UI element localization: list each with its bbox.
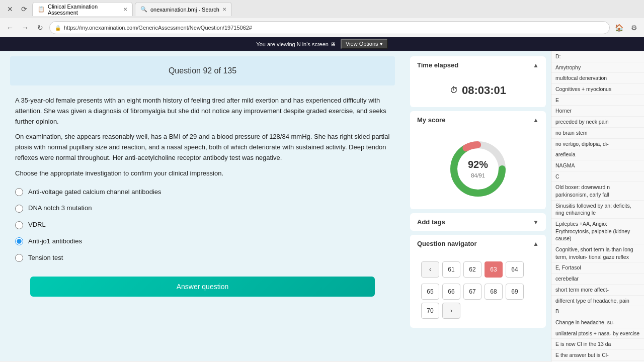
radio-5[interactable] [15,254,23,262]
chat-item-7: no brain stem [551,128,644,139]
chat-item-13: Sinusitis followed by an: deficits, ring… [551,201,644,219]
score-chevron: ▲ [533,117,539,124]
chat-panel: D:Amytrophymultifocal denervationCogniti… [551,51,644,362]
tab-assessment[interactable]: 📋 Clinical Examination Assessment ✕ [32,2,133,16]
tags-label: Add tags [417,218,445,226]
nav-forward[interactable]: → [19,22,31,34]
option-3[interactable]: VDRL [15,217,390,233]
tags-card: Add tags ▼ [410,213,546,231]
tab-close[interactable]: ✕ [123,7,127,12]
nav-q-68[interactable]: 68 [485,284,503,300]
address-bar: ← → ↻ 🔒 https://my.onexamination.com/Gen… [0,18,644,37]
nav-q-63[interactable]: 63 [485,261,503,278]
radio-3[interactable] [15,221,23,229]
nav-grid: ‹61626364656667686970› [417,257,539,323]
score-container: 92% 84/91 [417,134,539,204]
tab-search-label: onexamination.bmj - Search [150,7,219,13]
chat-item-14: Epileptics +AA, Angio: Erythrocytosis, p… [551,219,644,244]
chat-item-23: E is now Cl in the 13 da [551,339,644,350]
chat-item-22: unilateral ptosis + nasa- by exercise [551,328,644,339]
radio-2[interactable] [15,205,23,213]
nav-q-70[interactable]: 70 [421,303,439,319]
chat-item-5: Horner [551,106,644,117]
clock-icon: ⏱ [450,86,458,95]
donut-label: 92% 84/91 [468,159,488,179]
chat-item-15: Cognitive, short term la-than long term,… [551,244,644,262]
body-para-1: A 35-year-old female presents with an ei… [15,96,390,127]
nav-q-66[interactable]: 66 [442,284,460,300]
chat-item-24: E the answer but is Cl- [551,350,644,361]
view-options-button[interactable]: View Options ▾ [341,39,388,49]
timer-label: Time elapsed [417,61,458,69]
chat-item-8: no vertigo, diplopia, di- [551,139,644,150]
score-body: 92% 84/91 [410,129,546,209]
navigator-header[interactable]: Question navigator ▲ [410,235,546,252]
radio-1[interactable] [15,188,23,196]
url-text: https://my.onexamination.com/GenericAsse… [64,25,252,31]
question-area: Question 92 of 135 A 35-year-old female … [0,51,551,361]
options-list: Anti-voltage gated calcium channel antib… [15,184,390,266]
chat-item-1: Amytrophy [551,62,644,73]
timer-value: 08:03:01 [462,84,506,97]
option-5[interactable]: Tension test [15,250,390,266]
option-3-text: VDRL [28,220,46,230]
chat-item-6: preceded by neck pain [551,117,644,128]
option-5-text: Tension test [28,253,63,263]
tab-icon: 📋 [38,6,45,13]
nav-q-61[interactable]: 61 [442,261,460,278]
nav-q-65[interactable]: 65 [421,284,439,300]
score-percent: 92% [468,159,488,170]
option-2[interactable]: DNA notch 3 mutation [15,200,390,217]
option-4-text: Anti-jo1 antibodies [28,236,82,247]
nav-prev[interactable]: ‹ [421,261,439,278]
nav-q-62[interactable]: 62 [463,261,481,278]
timer-display: ⏱ 08:03:01 [417,79,539,102]
nav-back[interactable]: ← [4,22,16,34]
score-card: My score ▲ [410,111,546,209]
tab-bar: ✕ ⟳ 📋 Clinical Examination Assessment ✕ … [0,0,644,18]
chat-item-19: different type of headache, pain [551,296,644,307]
score-header[interactable]: My score ▲ [410,111,546,129]
nav-q-64[interactable]: 64 [506,261,524,278]
right-panel: Time elapsed ▲ ⏱ 08:03:01 [405,51,551,361]
refresh-button[interactable]: ⟳ [18,3,30,15]
score-fraction: 84/91 [471,172,485,178]
option-1[interactable]: Anti-voltage gated calcium channel antib… [15,184,390,201]
tags-header[interactable]: Add tags ▼ [410,213,546,231]
body-para-2: On examination, she appears reasonably w… [15,132,390,163]
chat-item-21: Change in headache, su- [551,317,644,328]
option-4[interactable]: Anti-jo1 antibodies [15,233,390,250]
nav-q-69[interactable]: 69 [506,284,524,300]
timer-card: Time elapsed ▲ ⏱ 08:03:01 [410,56,546,107]
tab-label: Clinical Examination Assessment [48,4,120,16]
chat-item-10: NAGMA [551,160,644,171]
score-label: My score [417,116,445,124]
nav-q-67[interactable]: 67 [463,284,481,300]
nav-next[interactable]: › [442,303,460,319]
notification-bar: You are viewing N in's screen 🖥 View Opt… [0,37,644,51]
chat-item-16: E, Fortasol [551,262,644,274]
lock-icon: 🔒 [55,25,61,31]
chat-item-2: multifocal denervation [551,73,644,84]
tags-chevron: ▼ [533,219,539,226]
tab-search-close[interactable]: ✕ [222,7,226,12]
chat-item-0: D: [551,51,644,62]
timer-header[interactable]: Time elapsed ▲ [410,56,546,74]
tab-search[interactable]: 🔍 onexamination.bmj - Search ✕ [135,2,232,16]
option-2-text: DNA notch 3 mutation [28,203,92,214]
radio-4[interactable] [15,237,23,245]
nav-reload[interactable]: ↻ [34,22,46,34]
chat-item-12: Old boxer: downward n parkinsonism, earl… [551,182,644,200]
url-box[interactable]: 🔒 https://my.onexamination.com/GenericAs… [49,21,610,34]
navigator-label: Question navigator [417,240,476,247]
navigator-chevron: ▲ [533,240,539,247]
settings-btn[interactable]: ⚙ [628,22,640,34]
timer-body: ⏱ 08:03:01 [410,74,546,107]
chat-item-18: short term more affect- [551,285,644,296]
home-btn[interactable]: 🏠 [613,22,625,34]
back-button[interactable]: ✕ [4,3,16,15]
chat-item-20: B [551,306,644,317]
left-panel: Question 92 of 135 A 35-year-old female … [0,51,405,361]
tab-icon-search: 🔍 [140,6,147,13]
answer-button[interactable]: Answer question [30,277,375,297]
